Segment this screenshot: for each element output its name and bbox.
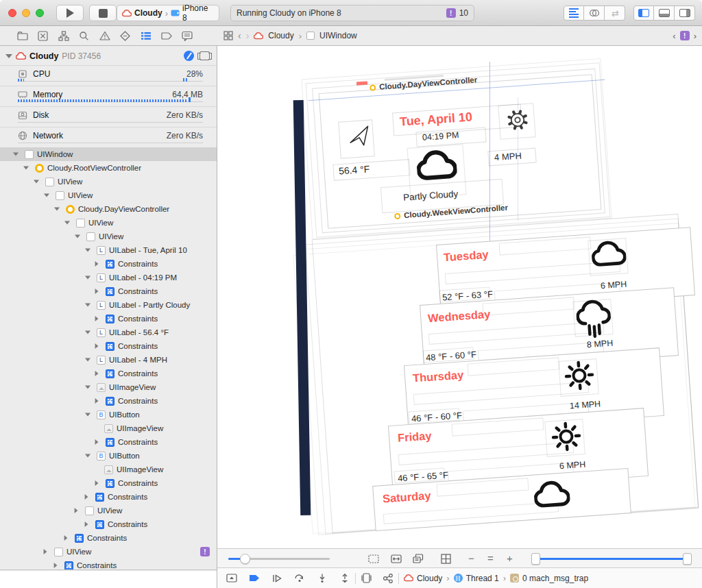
runtime-issue-badge[interactable]: ! [200, 547, 210, 556]
tree-row-constraints[interactable]: Constraints [0, 394, 217, 408]
process-header[interactable]: Cloudy PID 37456 [0, 47, 217, 66]
week-wind-label[interactable]: 6 MPH [559, 460, 586, 471]
disclosure-triangle[interactable] [85, 413, 90, 417]
disclosure-triangle[interactable] [44, 549, 47, 554]
disclosure-triangle[interactable] [54, 563, 58, 568]
navigator-tab-issue[interactable] [99, 30, 110, 42]
navigator-tab-symbol[interactable] [58, 30, 69, 42]
disclosure-triangle[interactable] [13, 153, 19, 156]
related-items-icon[interactable] [223, 31, 233, 40]
show-constraints-button[interactable] [390, 553, 402, 564]
disclosure-triangle[interactable] [44, 194, 49, 197]
show-clipped-content-button[interactable] [367, 553, 379, 564]
disclosure-triangle[interactable] [54, 208, 60, 211]
disclosure-triangle[interactable] [95, 316, 99, 321]
canvas-grid-button[interactable] [440, 553, 452, 564]
tree-row-uiimageview[interactable]: UIImageView [0, 463, 217, 476]
disclosure-triangle[interactable] [5, 54, 12, 58]
tree-row-cloudy-dayviewcontroller[interactable]: Cloudy.DayViewController [0, 202, 217, 216]
activity-status[interactable]: Running Cloudy on iPhone 8 ! 10 [230, 5, 474, 21]
week-day-label[interactable]: Friday [397, 429, 432, 444]
navigator-tab-breakpoint[interactable] [160, 30, 172, 42]
disclosure-triangle[interactable] [85, 386, 90, 389]
view-hierarchy-icon[interactable] [199, 51, 210, 60]
disclosure-triangle[interactable] [85, 304, 90, 307]
disclosure-triangle[interactable] [75, 508, 78, 513]
tree-row-uiview[interactable]: UIView [0, 188, 217, 202]
disclosure-triangle[interactable] [85, 494, 88, 500]
minimize-window-button[interactable] [22, 9, 30, 17]
sidebar-divider[interactable] [217, 46, 217, 588]
settings-gear-icon[interactable] [506, 108, 529, 132]
tree-row-uiview[interactable]: UIView [0, 175, 217, 188]
zoom-actual-button[interactable]: = [487, 552, 494, 564]
week-wind-label[interactable]: 6 MPH [601, 280, 627, 291]
jumpbar-item[interactable]: UIWindow [319, 31, 357, 40]
next-issue-button[interactable]: › [694, 31, 697, 41]
tree-row-uiimageview[interactable]: UIImageView [0, 421, 217, 435]
tree-row-constraints[interactable]: Constraints [0, 476, 217, 490]
weather-cloud-icon[interactable] [415, 149, 457, 183]
toggle-debug-area-button[interactable] [654, 5, 675, 21]
disclosure-triangle[interactable] [95, 371, 99, 376]
spacing-slider-thumb[interactable] [240, 554, 250, 564]
disclosure-triangle[interactable] [23, 167, 29, 170]
run-button[interactable] [56, 5, 84, 21]
disclosure-triangle[interactable] [85, 358, 90, 362]
rain-icon[interactable] [575, 298, 612, 339]
back-button[interactable]: ‹ [238, 30, 241, 41]
view-debugger-canvas[interactable]: Cloudy.DayViewControllerTue, April 1004:… [217, 46, 702, 548]
cloud-icon[interactable] [591, 239, 627, 269]
range-slider-track[interactable] [535, 558, 688, 560]
tree-row-uilabel-4-mph[interactable]: LUILabel - 4 MPH [0, 353, 217, 367]
gauge-network[interactable]: NetworkZero KB/s [0, 127, 217, 148]
tree-row-constraints[interactable]: Constraints [0, 284, 217, 298]
hide-debug-area-button[interactable] [226, 573, 237, 584]
disclosure-triangle[interactable] [95, 261, 99, 267]
sun-icon[interactable] [561, 358, 596, 393]
tree-row-uilabel-tue-april-10[interactable]: LUILabel - Tue, April 10 [0, 243, 217, 257]
disclosure-triangle[interactable] [64, 221, 70, 225]
tree-row-uibutton[interactable]: BUIButton [0, 408, 217, 421]
debug-bar-app[interactable]: Cloudy [417, 574, 442, 583]
disclosure-triangle[interactable] [95, 289, 99, 294]
toggle-navigator-button[interactable] [633, 5, 654, 21]
disclosure-triangle[interactable] [75, 235, 80, 238]
tree-row-constraints[interactable]: Constraints [0, 517, 217, 531]
navigator-tab-test[interactable] [119, 30, 131, 42]
disclosure-triangle[interactable] [95, 398, 99, 404]
assistant-editor-button[interactable] [584, 5, 605, 21]
disclosure-triangle[interactable] [85, 249, 90, 252]
toggle-inspector-button[interactable] [675, 5, 695, 21]
view-debugger-button[interactable] [361, 573, 372, 584]
location-arrow-icon[interactable] [347, 123, 372, 148]
disclosure-triangle[interactable] [95, 343, 99, 349]
range-slider-left-handle[interactable] [531, 553, 540, 565]
sun-icon[interactable] [548, 419, 583, 454]
tree-row-uilabel-56-4-f[interactable]: LUILabel - 56.4 °F [0, 326, 217, 339]
step-into-button[interactable] [316, 573, 328, 584]
week-wind-label[interactable]: 8 MPH [587, 339, 614, 350]
tree-row-uiview[interactable]: UIView [0, 504, 217, 517]
close-window-button[interactable] [8, 9, 16, 17]
debug-bar-frame[interactable]: 0 mach_msg_trap [522, 574, 588, 583]
disclosure-triangle[interactable] [85, 454, 90, 458]
tree-row-uiview[interactable]: UIView! [0, 545, 217, 559]
profile-icon[interactable] [184, 51, 194, 61]
tree-row-constraints[interactable]: Constraints [0, 339, 217, 353]
navigator-tab-project[interactable] [16, 30, 28, 42]
tree-row-uiimageview[interactable]: UIImageView [0, 380, 217, 394]
disclosure-triangle[interactable] [85, 331, 90, 334]
disclosure-triangle[interactable] [64, 535, 68, 541]
gauge-cpu[interactable]: CPU28% [0, 66, 217, 86]
zoom-out-button[interactable]: − [468, 552, 474, 564]
disclosure-triangle[interactable] [34, 180, 39, 184]
stop-button[interactable] [89, 5, 117, 21]
navigator-tab-debug[interactable] [140, 30, 152, 42]
forward-button[interactable]: › [246, 30, 250, 41]
jumpbar-app[interactable]: Cloudy [268, 31, 293, 40]
tree-row-uiwindow[interactable]: UIWindow [0, 147, 217, 161]
cloud-icon[interactable] [533, 479, 571, 511]
memory-graph-button[interactable] [382, 573, 394, 584]
range-slider-right-handle[interactable] [683, 553, 692, 565]
